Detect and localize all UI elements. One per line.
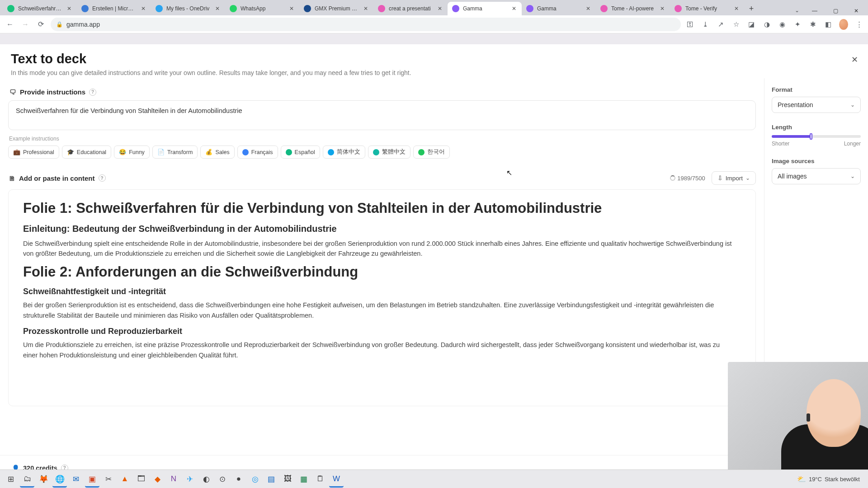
- browser-tab[interactable]: GMX Premium - E✕: [299, 2, 373, 15]
- help-icon[interactable]: ?: [89, 89, 96, 96]
- close-tab-button[interactable]: ✕: [362, 5, 370, 13]
- maximize-button[interactable]: ▢: [826, 8, 845, 15]
- sidepanel-icon[interactable]: ◧: [824, 20, 833, 28]
- profile-avatar[interactable]: [839, 19, 848, 30]
- reload-button[interactable]: ⟳: [35, 19, 46, 30]
- example-chip[interactable]: 😂Funny: [114, 145, 150, 159]
- excel-icon[interactable]: ▦: [297, 472, 311, 486]
- image-sources-select[interactable]: All images ⌄: [772, 168, 861, 184]
- word-icon[interactable]: W: [329, 470, 344, 488]
- outlook-icon[interactable]: ✉: [69, 472, 83, 486]
- extension-icon-1[interactable]: ◪: [747, 20, 756, 28]
- example-chip[interactable]: 💼Professional: [8, 145, 59, 159]
- close-modal-button[interactable]: ✕: [848, 53, 861, 66]
- chip-label: Educational: [77, 149, 106, 155]
- share-icon[interactable]: ↗: [716, 20, 725, 28]
- favicon: [600, 5, 608, 12]
- browser-tab[interactable]: Erstellen | Microsc✕: [77, 2, 151, 15]
- chip-label: Funny: [129, 149, 145, 155]
- example-chip[interactable]: 💰Sales: [200, 145, 234, 159]
- key-icon[interactable]: ⚿: [685, 20, 694, 28]
- firefox-icon[interactable]: 🦊: [36, 472, 51, 486]
- app-icon-6[interactable]: ◎: [248, 472, 262, 486]
- example-chip[interactable]: 한국어: [413, 145, 450, 159]
- example-chip[interactable]: 简体中文: [323, 145, 365, 159]
- chip-dot-icon: [286, 149, 292, 155]
- telegram-icon[interactable]: ✈: [183, 472, 197, 486]
- close-tab-button[interactable]: ✕: [65, 5, 73, 13]
- close-tab-button[interactable]: ✕: [584, 5, 592, 13]
- close-tab-button[interactable]: ✕: [213, 5, 222, 13]
- forward-button[interactable]: →: [20, 19, 31, 30]
- slide-2-heading: Folie 2: Anforderungen an die Schweißver…: [23, 263, 735, 281]
- browser-tab[interactable]: My files - OneDriv✕: [151, 2, 225, 15]
- snip-icon[interactable]: ✂: [101, 472, 116, 486]
- app-icon-3[interactable]: ◐: [199, 472, 213, 486]
- url-input[interactable]: 🔒 gamma.app: [51, 18, 681, 31]
- browser-tab[interactable]: Gamma✕: [448, 2, 522, 15]
- minimize-button[interactable]: —: [805, 8, 825, 15]
- pip-earpiece: [807, 413, 810, 422]
- help-icon[interactable]: ?: [99, 174, 106, 182]
- temperature-text: 19°C: [809, 476, 822, 483]
- example-chip[interactable]: 📄Transform: [152, 145, 198, 159]
- start-button[interactable]: ⊞: [4, 472, 18, 486]
- app-icon-8[interactable]: 🖼: [280, 472, 295, 486]
- back-button[interactable]: ←: [5, 19, 15, 30]
- bookmark-icon[interactable]: ☆: [731, 20, 741, 28]
- weather-widget[interactable]: ⛅ 19°C Stark bewölkt: [797, 475, 860, 483]
- example-chip[interactable]: Español: [281, 145, 320, 159]
- close-tab-button[interactable]: ✕: [510, 5, 518, 13]
- length-slider[interactable]: [772, 135, 861, 138]
- picture-in-picture-overlay[interactable]: [728, 362, 868, 469]
- close-tab-button[interactable]: ✕: [732, 5, 741, 13]
- extension-icon-4[interactable]: ✦: [793, 20, 802, 28]
- chip-label: 한국어: [427, 148, 445, 156]
- file-explorer-icon[interactable]: 🗂: [20, 470, 34, 488]
- close-tab-button[interactable]: ✕: [288, 5, 296, 13]
- extension-icon-3[interactable]: ◉: [778, 20, 787, 28]
- extensions-menu-icon[interactable]: ✱: [808, 20, 817, 28]
- menu-icon[interactable]: ⋮: [854, 20, 863, 28]
- new-tab-button[interactable]: +: [744, 4, 759, 15]
- slider-thumb[interactable]: [810, 133, 812, 140]
- onenote-icon[interactable]: N: [166, 472, 181, 486]
- tab-search-dropdown[interactable]: ⌄: [790, 7, 804, 15]
- app-icon-5[interactable]: ●: [231, 472, 246, 486]
- vlc-icon[interactable]: ▲: [118, 472, 132, 486]
- example-chip[interactable]: Français: [237, 145, 278, 159]
- close-window-button[interactable]: ✕: [846, 8, 866, 15]
- browser-tab[interactable]: Schweißverfahren✕: [3, 2, 77, 15]
- chrome-icon[interactable]: 🌐: [52, 470, 67, 488]
- powerpoint-icon[interactable]: ▣: [85, 470, 99, 488]
- close-tab-button[interactable]: ✕: [139, 5, 147, 13]
- format-select[interactable]: Presentation ⌄: [772, 97, 861, 113]
- content-editor[interactable]: Folie 1: Schweißverfahren für die Verbin…: [12, 198, 744, 395]
- install-icon[interactable]: ⤓: [701, 20, 710, 28]
- app-icon-4[interactable]: ⊙: [215, 472, 230, 486]
- close-tab-button[interactable]: ✕: [436, 5, 444, 13]
- browser-tab[interactable]: Tome - AI-powere✕: [596, 2, 670, 15]
- instructions-icon: 🗨: [9, 89, 16, 96]
- example-chip[interactable]: 🎓Educational: [62, 145, 111, 159]
- tabs-container: Schweißverfahren✕Erstellen | Microsc✕My …: [3, 2, 744, 15]
- app-icon-7[interactable]: ▤: [264, 472, 278, 486]
- app-icon-2[interactable]: ◆: [150, 472, 165, 486]
- browser-tabstrip: Schweißverfahren✕Erstellen | Microsc✕My …: [0, 0, 868, 15]
- chip-emoji: 🎓: [67, 149, 74, 155]
- browser-tab[interactable]: creat a presentati✕: [373, 2, 448, 15]
- instructions-textarea[interactable]: Schweißverfahren für die Verbindung von …: [8, 100, 756, 130]
- example-chip[interactable]: 繁體中文: [368, 145, 410, 159]
- browser-tab[interactable]: Tome - Verify✕: [670, 2, 744, 15]
- tab-title: Schweißverfahren: [18, 5, 61, 12]
- favicon: [230, 5, 237, 12]
- import-button[interactable]: ⇩ Import ⌄: [712, 171, 756, 185]
- browser-tab[interactable]: Gamma✕: [522, 2, 596, 15]
- windows-taskbar: ⊞ 🗂 🦊 🌐 ✉ ▣ ✂ ▲ 🗔 ◆ N ✈ ◐ ⊙ ● ◎ ▤ 🖼 ▦ 🗒 …: [0, 469, 868, 488]
- browser-tab[interactable]: WhatsApp✕: [225, 2, 299, 15]
- notepad-icon[interactable]: 🗒: [313, 472, 327, 486]
- extension-icon-2[interactable]: ◑: [762, 20, 771, 28]
- close-tab-button[interactable]: ✕: [658, 5, 666, 13]
- slide-1-subheading: Einleitung: Bedeutung der Schweißverbind…: [23, 224, 735, 234]
- app-icon-1[interactable]: 🗔: [134, 472, 148, 486]
